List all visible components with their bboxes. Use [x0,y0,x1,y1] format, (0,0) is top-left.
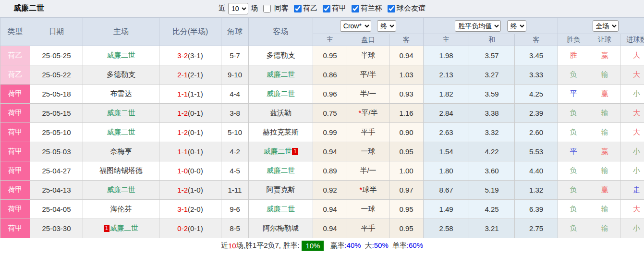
ah-away-odds: 0.94 [389,46,424,65]
handicap-result-cell: 输 [589,161,620,181]
subcol-ah-home: 主 [313,34,347,46]
ah-away-odds: 0.95 [389,219,424,238]
handicap-result-cell: 赢 [589,181,620,200]
eu-home-odds: 1.49 [424,200,469,219]
match-row: 荷甲 25-04-13 威廉二世 1-2(1-0) 1-11 阿贾克斯 0.92… [0,181,644,200]
ah-line: *平/半 [347,104,389,123]
toolbar: 威廉二世 近 10 场 同客 荷乙 荷甲 [0,0,644,17]
halftime-score: (1-0) [188,186,203,194]
home-team-name: 威廉二世 [107,51,135,59]
result-cell: 负 [558,161,589,181]
league-filter-checkbox[interactable] [294,5,302,12]
bookmaker-select[interactable]: Crow* [340,20,371,32]
eu-draw-odds: 3.60 [469,161,515,181]
corners-cell: 4-2 [221,142,249,161]
subcol-handicap-result: 让球 [589,34,620,46]
score-cell: 1-2(1-0) [159,181,221,200]
result-cell: 负 [558,219,589,238]
europe-odds-select[interactable]: 胜平负均值 [455,20,501,32]
eu-away-odds: 6.39 [515,200,558,219]
page-title: 威廉二世 [13,3,44,13]
league-filter-checkbox[interactable] [352,5,359,12]
league-badge: 荷甲 [0,219,30,238]
eu-draw-odds: 3.32 [469,123,515,142]
fulltime-score: 1-2 [177,109,188,117]
home-team-cell: 威廉二世 [83,181,159,200]
ah-home-odds: 0.96 [313,85,347,104]
subcol-ah-away: 客 [389,34,424,46]
corners-cell: 1-11 [221,181,249,200]
home-team-name: 福图纳锡塔德 [99,166,143,174]
away-team-cell: 阿尔梅勒城 [249,219,313,238]
col-header-home: 主场 [83,18,159,46]
league-filter-checkbox[interactable] [388,5,395,12]
eu-home-odds: 8.67 [424,181,469,200]
league-filter-checkbox[interactable] [323,5,330,12]
match-row: 荷乙 25-05-25 威廉二世 3-2(3-1) 5-7 多德勒支 0.95 … [0,46,644,65]
eu-home-odds: 2.84 [424,104,469,123]
ah-line: 半/一 [347,85,389,104]
score-cell: 1-0(0-0) [159,161,221,181]
ah-away-odds: 1.00 [389,161,424,181]
ah-away-odds: 0.97 [389,181,424,200]
ah-home-odds: 0.99 [313,123,347,142]
away-team-name: 威廉二世 [267,205,295,213]
match-row: 荷甲 25-05-03 奈梅亨 1-1(0-1) 4-2 威廉二世1 0.94 … [0,142,644,161]
same-away-checkbox[interactable] [263,5,271,12]
recent-count-select[interactable]: 10 [228,3,248,14]
home-team-cell: 布雷达 [83,85,159,104]
ah-away-odds: 1.03 [389,65,424,85]
summary-stat: 赢率:40% [330,241,361,250]
league-filter[interactable]: 球会友谊 [385,4,425,13]
result-cell: 负 [558,200,589,219]
goals-result-cell: 大 [620,104,644,123]
subcol-eu-away: 客 [515,34,558,46]
home-team-name: 威廉二世 [107,185,135,194]
matches-label: 场 [251,4,258,13]
period-select[interactable]: 全场 [593,20,619,32]
goals-result-cell: 小 [620,142,644,161]
league-badge: 荷甲 [0,200,30,219]
ah-line: *球半 [347,181,389,200]
stat-value: :60% [407,241,423,249]
match-row: 荷甲 25-05-18 布雷达 1-1(1-1) 4-4 威廉二世 0.96 半… [0,85,644,104]
eu-away-odds: 5.53 [515,142,558,161]
eu-home-odds: 2.58 [424,219,469,238]
handicap-result-cell: 输 [589,104,620,123]
league-badge: 荷甲 [0,181,30,200]
score-cell: 3-1(2-0) [159,200,221,219]
recent-label: 近 [219,4,226,13]
league-filter[interactable]: 荷甲 [320,4,346,13]
handicap-time-select[interactable]: 终 [377,20,396,32]
league-filter[interactable]: 荷乙 [291,4,317,13]
ah-line-text: 半/一 [360,166,376,174]
goals-result-cell: 小 [620,219,644,238]
league-badge: 荷甲 [0,161,30,181]
ah-away-odds: 0.95 [389,200,424,219]
league-filter[interactable]: 荷兰杯 [349,4,382,13]
corners-cell: 3-8 [221,104,249,123]
corners-cell: 8-5 [221,219,249,238]
ah-home-odds: 0.94 [313,142,347,161]
eu-draw-odds: 5.19 [469,181,515,200]
home-team-cell: 多德勒支 [83,65,159,85]
corners-cell: 5-10 [221,123,249,142]
eu-home-odds: 2.63 [424,123,469,142]
league-filter-label: 荷兰杯 [361,4,382,13]
eu-away-odds: 1.32 [515,181,558,200]
ah-line-text: 一球 [361,205,376,213]
match-date: 25-04-13 [30,181,83,200]
period-group-header: 全场 [558,18,644,34]
home-team-cell: 福图纳锡塔德 [83,161,159,181]
eu-draw-odds: 3.21 [469,219,515,238]
fulltime-score: 2-1 [177,71,188,79]
match-date: 25-05-25 [30,46,83,65]
goals-result-cell: 大 [620,200,644,219]
eu-home-odds: 1.98 [424,46,469,65]
home-team-name: 海伦芬 [110,205,132,213]
europe-time-select[interactable]: 终 [507,20,526,32]
eu-home-odds: 1.80 [424,161,469,181]
ah-line-text: 平手 [361,224,376,232]
halftime-score: (0-1) [188,128,203,136]
match-row: 荷甲 25-03-30 1威廉二世 0-2(0-1) 8-5 阿尔梅勒城 0.9… [0,219,644,238]
